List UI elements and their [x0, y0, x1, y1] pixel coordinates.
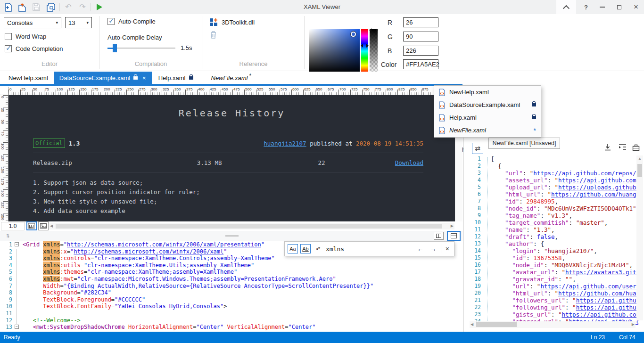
find-previous-icon[interactable]: ←: [415, 245, 426, 253]
open-file-icon[interactable]: [17, 2, 27, 12]
b-label: B: [388, 47, 392, 55]
delete-reference-icon[interactable]: [209, 30, 217, 41]
reference-dll-item[interactable]: 3DToolkit.dll: [222, 19, 255, 26]
menu-item-DataSourceExample.xaml[interactable]: DataSourceExample.xaml: [434, 98, 541, 111]
modified-star-icon: *: [534, 127, 536, 134]
delay-slider-thumb[interactable]: [113, 44, 117, 52]
download-icon[interactable]: [604, 144, 612, 152]
code-line: 11: [0, 310, 462, 317]
splitter-bar[interactable]: ↑↓: [0, 231, 462, 241]
g-input[interactable]: 90: [403, 32, 438, 41]
scrollbar-thumb[interactable]: [637, 164, 642, 177]
help-button[interactable]: ?: [578, 0, 594, 14]
font-family-select[interactable]: Consolas▾: [4, 17, 61, 28]
code-line: 9 "tag_name": "v1.3",: [469, 212, 638, 219]
tab-Help.xaml[interactable]: Help.xaml: [153, 72, 199, 84]
json-horizontal-scrollbar[interactable]: ◀ ▶: [470, 321, 636, 328]
find-next-icon[interactable]: →: [428, 245, 438, 253]
scrollbar-thumb[interactable]: [476, 322, 517, 327]
scrollbar-thumb[interactable]: [56, 224, 442, 229]
undo-icon[interactable]: ↶: [63, 2, 74, 12]
auto-compile-checkbox[interactable]: Auto-Compile: [107, 18, 156, 25]
run-icon[interactable]: [94, 2, 105, 12]
image-toggle-button[interactable]: [38, 221, 49, 230]
save-all-icon[interactable]: [45, 2, 56, 12]
tab-NewHelp.xaml[interactable]: NewHelp.xaml: [3, 72, 54, 84]
ruler-tick-label: 50: [33, 87, 37, 91]
split-vertical-button[interactable]: [434, 232, 444, 240]
whole-word-button[interactable]: Ab: [300, 244, 311, 253]
code-line: 13 "author": {: [469, 240, 638, 247]
word-wrap-checkbox[interactable]: Word Wrap: [5, 33, 46, 40]
scroll-sync-icon[interactable]: ↑↓: [6, 232, 8, 239]
line-number: 13: [469, 240, 481, 247]
scroll-right-arrow[interactable]: ▶: [632, 321, 635, 328]
r-input[interactable]: 26: [403, 17, 438, 27]
delay-value: 1.5s: [181, 44, 192, 51]
search-separator: [441, 245, 441, 253]
code-line: 8 Background="#282C34": [0, 289, 462, 296]
splitter-grip[interactable]: [225, 235, 239, 236]
menu-item-Help.xaml[interactable]: Help.xaml: [434, 111, 541, 124]
collapse-ribbon-button[interactable]: [556, 0, 576, 14]
release-badge: Official: [33, 139, 65, 148]
split-horizontal-button[interactable]: [447, 231, 461, 241]
fold-marker[interactable]: −: [15, 325, 19, 329]
code-line: 22 "following_url": "https://api.github.…: [469, 304, 638, 311]
delay-slider-track[interactable]: [107, 48, 175, 49]
match-case-button[interactable]: Aa: [288, 244, 298, 253]
line-number: 4: [0, 262, 12, 269]
release-author-link[interactable]: huangjia2107: [264, 140, 306, 147]
word-wrap-label: Word Wrap: [16, 33, 46, 40]
menu-item-NewHelp.xaml[interactable]: NewHelp.xaml: [434, 86, 541, 98]
ruler-tick-label: 625: [304, 87, 310, 91]
saturation-value-picker[interactable]: [309, 29, 360, 73]
regex-button[interactable]: ▪*: [313, 244, 323, 253]
download-link[interactable]: Download: [395, 159, 423, 166]
package-icon[interactable]: [632, 144, 641, 152]
scroll-up-arrow[interactable]: ▲: [638, 156, 642, 161]
line-number: 10: [0, 303, 12, 310]
tab-NewFile.xaml[interactable]: NewFile.xaml*: [206, 72, 257, 84]
color-hex-input[interactable]: #FF1A5AE2: [403, 59, 438, 69]
new-file-icon[interactable]: [3, 2, 13, 12]
zoom-level-input[interactable]: 1.0: [1, 222, 25, 230]
alpha-slider[interactable]: [370, 29, 378, 73]
json-vertical-scrollbar[interactable]: ▲: [636, 155, 643, 320]
ribbon: Consolas▾ 13▾ Word Wrap Code Completion …: [0, 14, 644, 71]
sv-selector[interactable]: [351, 32, 356, 37]
restore-button[interactable]: [611, 0, 627, 14]
redo-icon[interactable]: ↷: [77, 2, 88, 12]
tab-DataSourceExample.xaml[interactable]: DataSourceExample.xaml×: [54, 72, 152, 84]
close-search-icon[interactable]: ×: [444, 245, 451, 253]
ruler-tick-label: 450: [222, 87, 228, 91]
code-line: 2 {: [469, 163, 638, 170]
fold-marker[interactable]: −: [15, 242, 19, 246]
b-input[interactable]: 226: [403, 46, 438, 56]
hue-slider[interactable]: [361, 29, 368, 73]
json-code-view[interactable]: 1[2 {3 "url": "https://api.github.com/re…: [469, 155, 638, 325]
alpha-arrow-right: [376, 28, 378, 32]
add-reference-icon[interactable]: [209, 18, 218, 26]
scroll-left-arrow[interactable]: ◀: [50, 223, 53, 229]
close-button[interactable]: ×: [628, 0, 644, 14]
ruler-toggle-button[interactable]: [26, 221, 37, 230]
line-number: 20: [469, 290, 481, 297]
line-number: 11: [0, 310, 12, 317]
menu-item-NewFile.xaml[interactable]: NewFile.xaml*: [434, 124, 541, 137]
preview-horizontal-scrollbar[interactable]: ◀ ▶: [49, 223, 454, 229]
scroll-left-arrow[interactable]: ◀: [471, 321, 473, 328]
scroll-right-arrow[interactable]: ▶: [451, 223, 454, 229]
font-size-select[interactable]: 13▾: [65, 17, 92, 28]
close-tab-icon[interactable]: ×: [142, 74, 146, 82]
save-icon[interactable]: [31, 2, 41, 12]
refresh-data-button[interactable]: ⇄: [472, 143, 483, 154]
format-json-icon[interactable]: [619, 144, 627, 152]
json-file-tab[interactable]: NewFile.xaml [Unsaved]: [488, 138, 560, 149]
line-number: 12: [0, 317, 12, 324]
tab-label: DataSourceExample.xaml: [59, 74, 130, 82]
minimize-button[interactable]: [594, 0, 610, 14]
alpha-arrow-left: [369, 28, 372, 32]
code-completion-checkbox[interactable]: Code Completion: [5, 45, 63, 52]
search-input[interactable]: [326, 244, 413, 254]
